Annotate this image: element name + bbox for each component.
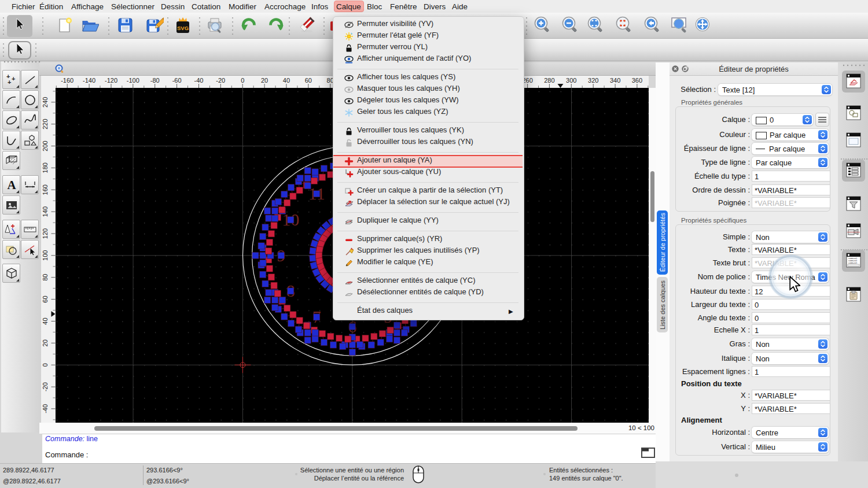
svg-text:+: + bbox=[8, 79, 11, 86]
svg-text:120: 120 bbox=[42, 228, 49, 239]
svg-text:Command:: Command: bbox=[848, 262, 858, 264]
svg-text:60: 60 bbox=[42, 295, 49, 302]
svg-text:340: 340 bbox=[609, 77, 620, 84]
svg-text:200: 200 bbox=[42, 141, 49, 151]
svg-text:A: A bbox=[7, 178, 16, 192]
svg-text:100: 100 bbox=[42, 250, 49, 261]
svg-text:360: 360 bbox=[631, 77, 642, 84]
svg-text:-120: -120 bbox=[104, 77, 117, 84]
svg-text:-40: -40 bbox=[194, 77, 203, 84]
svg-text:140: 140 bbox=[42, 206, 49, 217]
svg-text:-140: -140 bbox=[83, 77, 95, 84]
svg-text:40: 40 bbox=[282, 77, 289, 84]
svg-text:0: 0 bbox=[241, 77, 244, 84]
svg-text:60: 60 bbox=[304, 77, 311, 84]
svg-text:-160: -160 bbox=[61, 77, 73, 84]
svg-text:+: + bbox=[12, 75, 15, 82]
svg-text:300: 300 bbox=[566, 77, 576, 84]
svg-text:-100: -100 bbox=[126, 77, 139, 84]
svg-text:20: 20 bbox=[42, 339, 49, 346]
svg-text:-60: -60 bbox=[172, 77, 181, 84]
svg-text:40: 40 bbox=[42, 317, 49, 324]
svg-text:220: 220 bbox=[42, 119, 49, 129]
svg-text:160: 160 bbox=[42, 184, 49, 195]
svg-text:SVG: SVG bbox=[177, 25, 189, 31]
svg-text:180: 180 bbox=[42, 162, 49, 173]
svg-text:0: 0 bbox=[42, 363, 49, 367]
svg-text:20: 20 bbox=[260, 77, 267, 84]
svg-text:320: 320 bbox=[588, 77, 598, 84]
svg-text:-40: -40 bbox=[42, 404, 49, 413]
svg-text:-20: -20 bbox=[42, 382, 49, 391]
svg-text:280: 280 bbox=[544, 77, 554, 84]
svg-text:80: 80 bbox=[42, 274, 49, 281]
svg-text:240: 240 bbox=[42, 97, 49, 108]
svg-text:-20: -20 bbox=[216, 77, 225, 84]
svg-text:-80: -80 bbox=[150, 77, 159, 84]
